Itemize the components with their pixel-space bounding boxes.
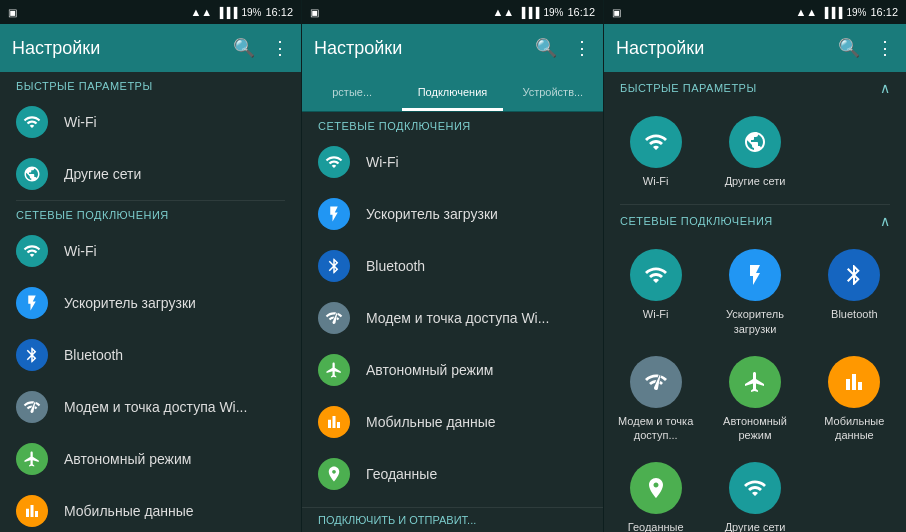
wifi-label-2: Wi-Fi [366,154,587,170]
section-header-quick-3[interactable]: БЫСТРЫЕ ПАРАМЕТРЫ ∧ [604,72,906,100]
tab-devices-2[interactable]: Устройств... [503,72,603,111]
list-item-bt-2[interactable]: Bluetooth [302,240,603,292]
sim-icon-2: ▣ [310,7,319,18]
grid-item-othernet-quick-3[interactable]: Другие сети [707,108,802,196]
list-item-tether-1[interactable]: Модем и точка доступа Wi... [0,381,301,433]
othernet-grid-icon-quick-3 [729,116,781,168]
list-item-airplane-1[interactable]: Автономный режим [0,433,301,485]
grid-item-wifi-3[interactable]: Wi-Fi [608,241,703,344]
othernet-icon-quick-1 [16,158,48,190]
grid-item-airplane-3[interactable]: Автономный режим [707,348,802,451]
grid-item-wifi-quick-3[interactable]: Wi-Fi [608,108,703,196]
grid-item-bt-3[interactable]: Bluetooth [807,241,902,344]
boost-grid-icon-3 [729,249,781,301]
time-1: 16:12 [265,6,293,18]
data-label-1: Мобильные данные [64,503,285,519]
grid-item-data-3[interactable]: Мобильные данные [807,348,902,451]
signal-icon-3: ▐▐▐ [821,7,842,18]
airplane-icon-1 [16,443,48,475]
bt-icon-1 [16,339,48,371]
page-title-3: Настройки [616,38,838,59]
status-left-1: ▣ [8,7,17,18]
list-item-data-2[interactable]: Мобильные данные [302,396,603,448]
chevron-network-3: ∧ [880,213,891,229]
geo-label-2: Геоданные [366,466,587,482]
page-title-2: Настройки [314,38,535,59]
geo-grid-label-3: Геоданные [628,520,684,532]
section-header-quick-1: БЫСТРЫЕ ПАРАМЕТРЫ [0,72,301,96]
section-label-network-2: СЕТЕВЫЕ ПОДКЛЮЧЕНИЯ [318,120,471,132]
list-item-boost-1[interactable]: Ускоритель загрузки [0,277,301,329]
grid-quick-3: Wi-Fi Другие сети [604,100,906,204]
section-header-network-3[interactable]: СЕТЕВЫЕ ПОДКЛЮЧЕНИЯ ∧ [604,205,906,233]
status-bar-2: ▣ ▲▲ ▐▐▐ 19% 16:12 [302,0,603,24]
search-icon-1[interactable]: 🔍 [233,37,255,59]
tether-grid-icon-3 [630,356,682,408]
list-item-wifi-1[interactable]: Wi-Fi [0,225,301,277]
top-bar-3: Настройки 🔍 ⋮ [604,24,906,72]
wifi-status-icon-2: ▲▲ [492,6,514,18]
top-bar-icons-2: 🔍 ⋮ [535,37,591,59]
grid-item-othernet-3[interactable]: Другие сети [707,454,802,532]
battery-text-3: 19% [846,7,866,18]
section-label-network-1: СЕТЕВЫЕ ПОДКЛЮЧЕНИЯ [16,209,169,221]
section-label-quick-3: БЫСТРЫЕ ПАРАМЕТРЫ [620,82,757,94]
top-bar-1: Настройки 🔍 ⋮ [0,24,301,72]
othernet-grid-label-3: Другие сети [725,520,786,532]
bottom-hint-2: ПОДКЛЮЧИТЬ И ОТПРАВИТ... [302,507,603,532]
list-item-airplane-2[interactable]: Автономный режим [302,344,603,396]
grid-item-tether-3[interactable]: Модем и точка доступ... [608,348,703,451]
status-left-2: ▣ [310,7,319,18]
wifi-label-1: Wi-Fi [64,243,285,259]
boost-icon-1 [16,287,48,319]
more-icon-1[interactable]: ⋮ [271,37,289,59]
battery-text-2: 19% [543,7,563,18]
list-item-tether-2[interactable]: Модем и точка доступа Wi... [302,292,603,344]
othernet-grid-icon-3 [729,462,781,514]
panel-3: ▣ ▲▲ ▐▐▐ 19% 16:12 Настройки 🔍 ⋮ БЫСТРЫЕ… [604,0,906,532]
geo-icon-2 [318,458,350,490]
bt-icon-2 [318,250,350,282]
list-item-wifi-quick-1[interactable]: Wi-Fi [0,96,301,148]
top-bar-2: Настройки 🔍 ⋮ [302,24,603,72]
list-item-geo-2[interactable]: Геоданные [302,448,603,500]
signal-icon-2: ▐▐▐ [518,7,539,18]
data-grid-icon-3 [828,356,880,408]
list-item-othernet-2[interactable]: Другие сети [302,500,603,507]
status-right-3: ▲▲ ▐▐▐ 19% 16:12 [795,6,898,18]
more-icon-3[interactable]: ⋮ [876,37,894,59]
list-item-data-1[interactable]: Мобильные данные [0,485,301,532]
search-icon-2[interactable]: 🔍 [535,37,557,59]
wifi-grid-icon-quick-3 [630,116,682,168]
grid-network-3: Wi-Fi Ускоритель загрузки Bluetooth Моде… [604,233,906,532]
section-label-network-3: СЕТЕВЫЕ ПОДКЛЮЧЕНИЯ [620,215,773,227]
tether-grid-label-3: Модем и точка доступ... [612,414,699,443]
boost-grid-label-3: Ускоритель загрузки [711,307,798,336]
top-bar-icons-1: 🔍 ⋮ [233,37,289,59]
airplane-icon-2 [318,354,350,386]
list-item-wifi-2[interactable]: Wi-Fi [302,136,603,188]
battery-text-1: 19% [241,7,261,18]
wifi-status-icon-1: ▲▲ [190,6,212,18]
grid-item-boost-3[interactable]: Ускоритель загрузки [707,241,802,344]
grid-item-geo-3[interactable]: Геоданные [608,454,703,532]
status-right-2: ▲▲ ▐▐▐ 19% 16:12 [492,6,595,18]
data-grid-label-3: Мобильные данные [811,414,898,443]
tether-label-1: Модем и точка доступа Wi... [64,399,285,415]
list-item-othernet-quick-1[interactable]: Другие сети [0,148,301,200]
wifi-label-quick-1: Wi-Fi [64,114,285,130]
data-icon-1 [16,495,48,527]
tab-quick-2[interactable]: рстые... [302,72,402,111]
scroll-area-1: БЫСТРЫЕ ПАРАМЕТРЫ Wi-Fi Другие сети СЕТЕ… [0,72,301,532]
list-item-boost-2[interactable]: Ускоритель загрузки [302,188,603,240]
section-header-network-1: СЕТЕВЫЕ ПОДКЛЮЧЕНИЯ [0,201,301,225]
othernet-label-quick-1: Другие сети [64,166,285,182]
tab-connections-2[interactable]: Подключения [402,72,502,111]
time-3: 16:12 [870,6,898,18]
more-icon-2[interactable]: ⋮ [573,37,591,59]
status-bar-3: ▣ ▲▲ ▐▐▐ 19% 16:12 [604,0,906,24]
panel-2: ▣ ▲▲ ▐▐▐ 19% 16:12 Настройки 🔍 ⋮ рстые..… [302,0,604,532]
section-header-network-2: СЕТЕВЫЕ ПОДКЛЮЧЕНИЯ [302,112,603,136]
search-icon-3[interactable]: 🔍 [838,37,860,59]
list-item-bt-1[interactable]: Bluetooth [0,329,301,381]
